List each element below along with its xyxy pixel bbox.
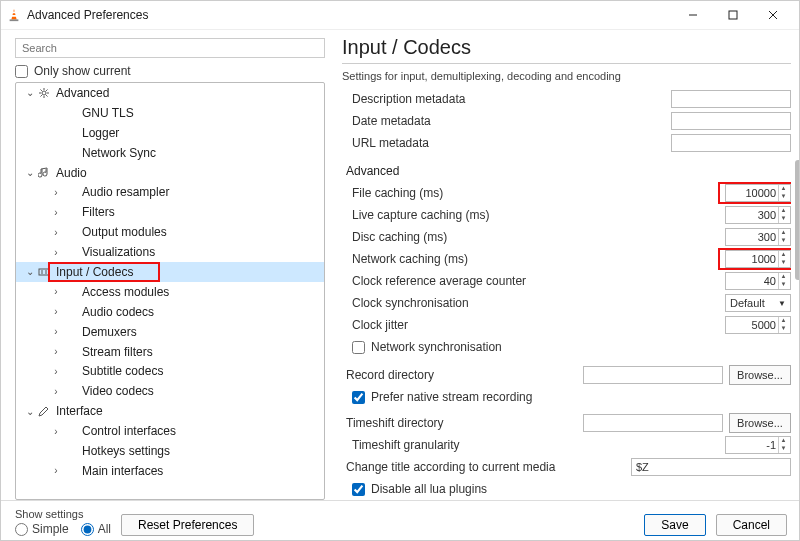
save-button[interactable]: Save: [644, 514, 705, 536]
reset-preferences-button[interactable]: Reset Preferences: [121, 514, 254, 536]
chevron-icon: ›: [50, 346, 62, 357]
chevron-icon: ›: [50, 306, 62, 317]
chevron-icon: ⌄: [24, 266, 36, 277]
date-metadata-input[interactable]: [671, 112, 791, 130]
cancel-button[interactable]: Cancel: [716, 514, 787, 536]
desc-metadata-label: Description metadata: [342, 92, 671, 106]
svg-rect-5: [729, 11, 737, 19]
only-show-current-checkbox[interactable]: [15, 65, 28, 78]
svg-rect-2: [12, 12, 16, 14]
svg-rect-3: [12, 15, 17, 17]
chevron-icon: ›: [50, 326, 62, 337]
svg-rect-9: [39, 269, 49, 275]
tree-item-video-codecs[interactable]: ›Video codecs: [16, 381, 324, 401]
minimize-button[interactable]: [673, 1, 713, 29]
tree-item-audio-resampler[interactable]: ›Audio resampler: [16, 182, 324, 202]
note-icon: [36, 167, 52, 179]
desc-metadata-input[interactable]: [671, 90, 791, 108]
chevron-icon: ⌄: [24, 167, 36, 178]
chevron-icon: ›: [50, 426, 62, 437]
maximize-button[interactable]: [713, 1, 753, 29]
url-metadata-label: URL metadata: [342, 136, 671, 150]
svg-marker-0: [11, 9, 16, 20]
disable-lua-checkbox[interactable]: [352, 483, 365, 496]
timeshift-gran-label: Timeshift granularity: [342, 438, 725, 452]
show-settings-label: Show settings: [15, 508, 111, 520]
record-dir-label: Record directory: [342, 368, 583, 382]
brush-icon: [36, 405, 52, 417]
page-title: Input / Codecs: [342, 36, 791, 64]
tree-item-gnu-tls[interactable]: GNU TLS: [16, 103, 324, 123]
all-radio[interactable]: All: [81, 522, 111, 536]
chevron-icon: ›: [50, 227, 62, 238]
tree-item-control-interfaces[interactable]: ›Control interfaces: [16, 421, 324, 441]
live-caching-label: Live capture caching (ms): [342, 208, 725, 222]
prefer-native-checkbox[interactable]: [352, 391, 365, 404]
tree-item-access-modules[interactable]: ›Access modules: [16, 282, 324, 302]
timeshift-dir-label: Timeshift directory: [342, 416, 583, 430]
chevron-icon: ⌄: [24, 87, 36, 98]
clock-ref-label: Clock reference average counter: [342, 274, 725, 288]
tree-item-network-sync[interactable]: Network Sync: [16, 143, 324, 163]
advanced-section: Advanced: [342, 164, 791, 178]
window-title: Advanced Preferences: [27, 8, 673, 22]
settings-panel: Description metadata Date metadata URL m…: [342, 88, 791, 500]
record-dir-browse-button[interactable]: Browse...: [729, 365, 791, 385]
chevron-icon: ›: [50, 366, 62, 377]
disc-caching-label: Disc caching (ms): [342, 230, 725, 244]
tree-item-filters[interactable]: ›Filters: [16, 202, 324, 222]
tree-item-interface[interactable]: ⌄Interface: [16, 401, 324, 421]
svg-point-8: [42, 91, 46, 95]
record-dir-input[interactable]: [583, 366, 723, 384]
only-show-current[interactable]: Only show current: [15, 64, 336, 78]
footer: Show settings Simple All Reset Preferenc…: [1, 500, 799, 541]
chevron-icon: ›: [50, 187, 62, 198]
simple-radio[interactable]: Simple: [15, 522, 69, 536]
change-title-input[interactable]: $Z: [631, 458, 791, 476]
chevron-icon: ›: [50, 247, 62, 258]
titlebar: Advanced Preferences: [1, 1, 799, 30]
chevron-icon: ⌄: [24, 406, 36, 417]
scrollbar[interactable]: [795, 160, 799, 280]
tree-item-logger[interactable]: Logger: [16, 123, 324, 143]
disc-caching-input[interactable]: 300▲▼: [725, 228, 791, 246]
disable-lua-label: Disable all lua plugins: [371, 482, 487, 496]
codec-icon: [36, 266, 52, 278]
tree[interactable]: ⌄AdvancedGNU TLSLoggerNetwork Sync⌄Audio…: [15, 82, 325, 500]
timeshift-dir-browse-button[interactable]: Browse...: [729, 413, 791, 433]
tree-item-demuxers[interactable]: ›Demuxers: [16, 322, 324, 342]
tree-item-advanced[interactable]: ⌄Advanced: [16, 83, 324, 103]
live-caching-input[interactable]: 300▲▼: [725, 206, 791, 224]
tree-item-subtitle-codecs[interactable]: ›Subtitle codecs: [16, 361, 324, 381]
gear-icon: [36, 87, 52, 99]
tree-item-audio[interactable]: ⌄Audio: [16, 163, 324, 183]
tree-item-hotkeys-settings[interactable]: Hotkeys settings: [16, 441, 324, 461]
file-caching-input[interactable]: 10000▲▼: [725, 184, 791, 202]
chevron-down-icon: ▼: [778, 299, 786, 308]
file-caching-label: File caching (ms): [342, 186, 725, 200]
clock-sync-select[interactable]: Default▼: [725, 294, 791, 312]
network-sync-checkbox[interactable]: [352, 341, 365, 354]
tree-item-main-interfaces[interactable]: ›Main interfaces: [16, 461, 324, 481]
tree-item-audio-codecs[interactable]: ›Audio codecs: [16, 302, 324, 322]
vlc-icon: [7, 8, 21, 22]
clock-ref-input[interactable]: 40▲▼: [725, 272, 791, 290]
clock-jitter-label: Clock jitter: [342, 318, 725, 332]
change-title-label: Change title according to current media: [342, 460, 631, 474]
tree-item-stream-filters[interactable]: ›Stream filters: [16, 342, 324, 362]
prefer-native-label: Prefer native stream recording: [371, 390, 532, 404]
url-metadata-input[interactable]: [671, 134, 791, 152]
clock-sync-label: Clock synchronisation: [342, 296, 725, 310]
clock-jitter-input[interactable]: 5000▲▼: [725, 316, 791, 334]
tree-item-visualizations[interactable]: ›Visualizations: [16, 242, 324, 262]
network-sync-label: Network synchronisation: [371, 340, 502, 354]
tree-item-input-codecs[interactable]: ⌄Input / Codecs: [16, 262, 324, 282]
timeshift-gran-input[interactable]: -1▲▼: [725, 436, 791, 454]
network-caching-label: Network caching (ms): [342, 252, 725, 266]
timeshift-dir-input[interactable]: [583, 414, 723, 432]
close-button[interactable]: [753, 1, 793, 29]
date-metadata-label: Date metadata: [342, 114, 671, 128]
search-input[interactable]: [15, 38, 325, 58]
tree-item-output-modules[interactable]: ›Output modules: [16, 222, 324, 242]
network-caching-input[interactable]: 1000▲▼: [725, 250, 791, 268]
